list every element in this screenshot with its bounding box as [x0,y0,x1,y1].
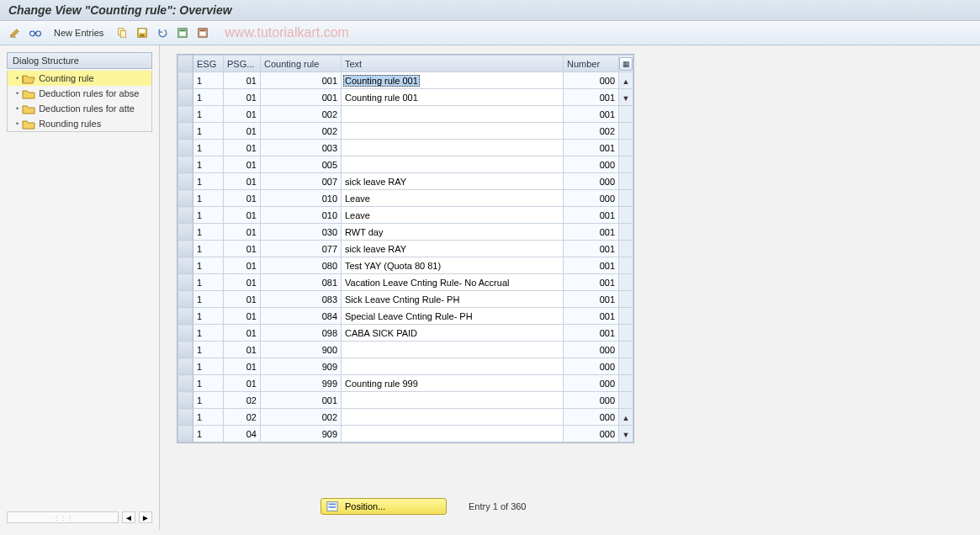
row-handle[interactable] [178,140,193,156]
grid-config[interactable]: ▦ [619,56,633,72]
cell-esg[interactable]: 1 [193,89,224,106]
cell-number[interactable]: 002 [564,123,619,140]
cell-number[interactable]: 000 [564,173,619,190]
row-handle[interactable] [178,173,193,190]
scroll-down2-icon[interactable]: ▼ [620,429,632,441]
cell-rule[interactable]: 083 [261,291,342,308]
table-row[interactable]: 101098CABA SICK PAID001 [178,325,633,342]
cell-rule[interactable]: 001 [261,72,342,89]
sidebar-item-0[interactable]: •Counting rule [8,71,151,86]
row-handle-header[interactable] [178,56,193,72]
cell-esg[interactable]: 1 [193,392,224,409]
cell-rule[interactable]: 077 [261,241,342,257]
table-row[interactable]: 101081Vacation Leave Cnting Rule- No Acc… [178,274,633,291]
table-row[interactable]: 101077sick leave RAY001 [178,241,633,257]
scroll-cell[interactable] [619,173,633,190]
cell-esg[interactable]: 1 [193,375,224,392]
scroll-cell[interactable]: ▲ [619,72,633,89]
cell-text[interactable] [342,426,564,442]
table-row[interactable]: 101030RWT day001 [178,224,633,241]
scroll-cell[interactable] [619,375,633,392]
cell-psg[interactable]: 01 [224,224,261,241]
cell-esg[interactable]: 1 [193,325,224,342]
cell-number[interactable]: 001 [564,274,619,291]
cell-esg[interactable]: 1 [193,156,224,173]
position-button[interactable]: Position... [320,498,447,515]
cell-number[interactable]: 000 [564,392,619,409]
cell-psg[interactable]: 01 [224,342,261,358]
row-handle[interactable] [178,409,193,426]
cell-rule[interactable]: 030 [261,224,342,241]
cell-psg[interactable]: 01 [224,274,261,291]
cell-text[interactable] [342,106,564,123]
scroll-cell[interactable] [619,358,633,375]
table-row[interactable]: 101084Special Leave Cnting Rule- PH001 [178,308,633,325]
row-handle[interactable] [178,89,193,106]
cell-esg[interactable]: 1 [193,274,224,291]
cell-text[interactable] [342,140,564,156]
cell-esg[interactable]: 1 [193,123,224,140]
table-row[interactable]: 101003001 [178,140,633,156]
scroll-cell[interactable] [619,241,633,257]
cell-text[interactable]: Counting rule 001 [342,72,564,89]
cell-text[interactable] [342,123,564,140]
cell-rule[interactable]: 010 [261,190,342,207]
scroll-cell[interactable] [619,190,633,207]
cell-rule[interactable]: 001 [261,392,342,409]
cell-esg[interactable]: 1 [193,173,224,190]
cell-text[interactable]: Test YAY (Quota 80 81) [342,257,564,274]
table-row[interactable]: 101909000 [178,358,633,375]
cell-number[interactable]: 000 [564,358,619,375]
scroll-cell[interactable] [619,224,633,241]
row-handle[interactable] [178,392,193,409]
scroll-cell[interactable] [619,291,633,308]
cell-number[interactable]: 001 [564,106,619,123]
cell-esg[interactable]: 1 [193,409,224,426]
scroll-cell[interactable] [619,325,633,342]
cell-number[interactable]: 001 [564,224,619,241]
row-handle[interactable] [178,342,193,358]
cell-number[interactable]: 001 [564,241,619,257]
new-entries-button[interactable]: New Entries [47,26,110,40]
cell-rule[interactable]: 900 [261,342,342,358]
table-row[interactable]: 101002002 [178,123,633,140]
scroll-down-icon[interactable]: ▼ [620,93,632,104]
cell-rule[interactable]: 002 [261,123,342,140]
deselect-all-icon[interactable] [194,24,211,41]
col-number[interactable]: Number [564,56,619,72]
row-handle[interactable] [178,106,193,123]
scroll-cell[interactable] [619,207,633,224]
cell-number[interactable]: 001 [564,308,619,325]
cell-psg[interactable]: 01 [224,190,261,207]
table-row[interactable]: 101001Counting rule 001001▼ [178,89,633,106]
cell-number[interactable]: 001 [564,140,619,156]
cell-text[interactable]: Vacation Leave Cnting Rule- No Accrual [342,274,564,291]
cell-rule[interactable]: 001 [261,89,342,106]
row-handle[interactable] [178,123,193,140]
row-handle[interactable] [178,207,193,224]
scroll-up-icon[interactable]: ▲ [620,76,632,87]
row-handle[interactable] [178,358,193,375]
scroll-cell[interactable] [619,342,633,358]
table-row[interactable]: 101010Leave000 [178,190,633,207]
cell-text[interactable]: Leave [342,190,564,207]
cell-number[interactable]: 001 [564,89,619,106]
cell-psg[interactable]: 02 [224,392,261,409]
cell-esg[interactable]: 1 [193,342,224,358]
scroll-cell[interactable] [619,308,633,325]
cell-number[interactable]: 001 [564,325,619,342]
row-handle[interactable] [178,156,193,173]
cell-number[interactable]: 000 [564,342,619,358]
table-row[interactable]: 102001000 [178,392,633,409]
row-handle[interactable] [178,224,193,241]
cell-psg[interactable]: 01 [224,140,261,156]
scroll-cell[interactable] [619,156,633,173]
cell-rule[interactable]: 080 [261,257,342,274]
cell-psg[interactable]: 01 [224,156,261,173]
cell-psg[interactable]: 01 [224,106,261,123]
cell-text[interactable] [342,156,564,173]
cell-rule[interactable]: 909 [261,358,342,375]
scroll-cell[interactable] [619,274,633,291]
cell-rule[interactable]: 002 [261,409,342,426]
cell-rule[interactable]: 007 [261,173,342,190]
